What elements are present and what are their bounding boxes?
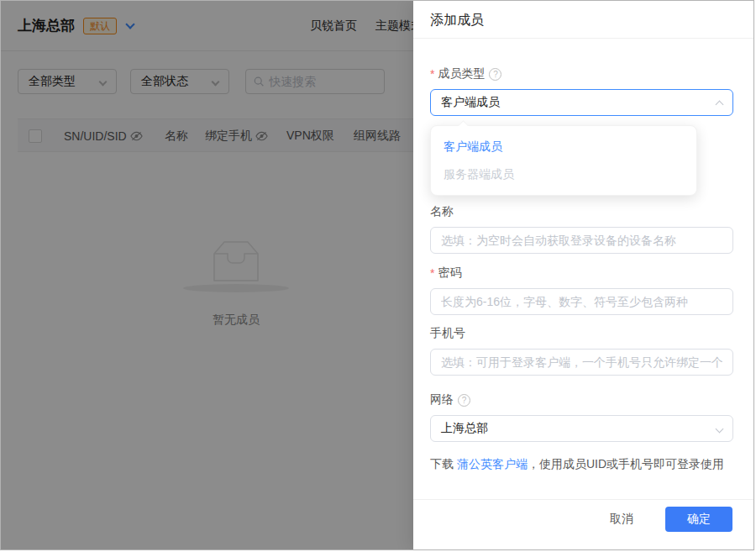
member-type-value: 客户端成员	[441, 95, 500, 110]
option-client-member[interactable]: 客户端成员	[431, 133, 696, 160]
chevron-down-icon	[716, 424, 724, 433]
add-member-form: * 成员类型 ? 客户端成员 客户端成员 服务器端成员 名称	[413, 39, 753, 472]
drawer-footer: 取消 确定	[413, 499, 753, 549]
cancel-button[interactable]: 取消	[610, 512, 633, 527]
name-label: 名称	[430, 204, 454, 219]
add-member-drawer: 添加成员 * 成员类型 ? 客户端成员 客户端成员 服务器端成员	[413, 1, 753, 549]
network-value: 上海总部	[441, 421, 488, 436]
help-icon[interactable]: ?	[458, 394, 470, 407]
help-icon[interactable]: ?	[489, 68, 501, 81]
required-asterisk: *	[430, 67, 434, 81]
name-field: 名称	[430, 203, 733, 254]
chevron-up-icon	[716, 100, 724, 108]
member-type-label: 成员类型	[438, 66, 485, 81]
phone-label: 手机号	[430, 326, 465, 341]
network-select[interactable]: 上海总部	[430, 415, 733, 442]
app-window: 上海总部 默认 贝锐首页 主题模式 全部类型 全部状态	[0, 0, 754, 550]
network-label: 网络	[430, 392, 454, 407]
option-server-member[interactable]: 服务器端成员	[431, 160, 696, 188]
dropdown-arrow	[458, 120, 469, 131]
network-field: 网络 ? 上海总部	[430, 392, 733, 442]
confirm-button[interactable]: 确定	[665, 507, 732, 532]
member-type-dropdown: 客户端成员 服务器端成员	[430, 125, 697, 196]
required-asterisk: *	[430, 266, 434, 280]
name-input[interactable]	[430, 227, 733, 254]
drawer-title: 添加成员	[413, 1, 753, 39]
phone-field: 手机号	[430, 325, 733, 376]
password-field: * 密码	[430, 265, 733, 315]
password-label: 密码	[438, 265, 461, 281]
client-download-link[interactable]: 蒲公英客户端	[457, 457, 528, 471]
member-type-field: * 成员类型 ? 客户端成员 客户端成员 服务器端成员	[430, 66, 733, 196]
phone-input[interactable]	[430, 349, 733, 376]
password-input[interactable]	[430, 288, 733, 315]
download-hint: 下载 蒲公英客户端，使用成员UID或手机号即可登录使用	[430, 457, 733, 472]
member-type-select[interactable]: 客户端成员	[430, 89, 733, 116]
